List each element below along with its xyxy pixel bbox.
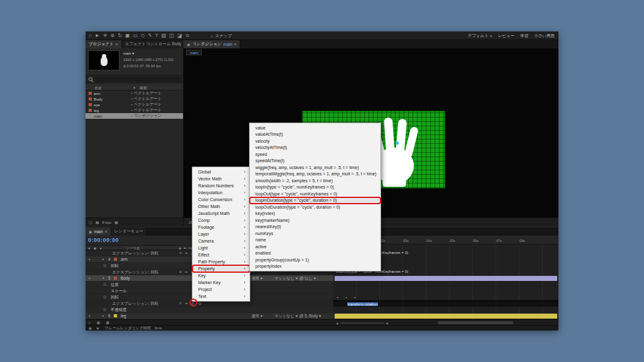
label-color-column-icon[interactable]: ● (133, 85, 135, 89)
menu-item[interactable]: Random Numbers › (192, 182, 250, 189)
submenu-item[interactable]: numKeys (250, 230, 380, 237)
blend-mode-dropdown[interactable]: 通常 ▾ (252, 276, 263, 282)
layer-label-chip[interactable] (114, 314, 117, 317)
parent-link-dropdown[interactable]: @ なし ▾ (299, 276, 316, 282)
menu-item[interactable]: Text › (192, 293, 250, 300)
menu-item[interactable]: Property › (192, 265, 250, 272)
workspace-tab[interactable]: デフォルト ≡ (468, 33, 492, 39)
submenu-item[interactable]: velocity (250, 138, 380, 145)
submenu-item[interactable]: temporalWiggle(freq, amp, octaves = 1, a… (250, 171, 380, 178)
eye-icon[interactable]: ● (89, 314, 91, 317)
timeline-tab[interactable]: レンダーキュー ≡ (111, 228, 147, 236)
label-color-chip[interactable] (89, 97, 92, 101)
property-name[interactable]: 不透明度 (111, 307, 126, 313)
type-tool-icon[interactable]: T (155, 33, 158, 38)
zoom-slider-track[interactable] (340, 322, 384, 324)
menu-item[interactable]: Interpolation › (192, 189, 250, 196)
submenu-item[interactable]: value (250, 124, 380, 131)
layer-name[interactable]: arm (121, 257, 128, 261)
label-color-chip[interactable] (89, 114, 92, 118)
menu-item[interactable]: Footage › (192, 224, 250, 231)
composition-thumbnail[interactable] (88, 50, 119, 70)
hand-tool-icon[interactable]: ✛ (103, 33, 108, 38)
current-time-display[interactable]: 0:00:00:00 (88, 237, 119, 243)
pan-behind-tool-icon[interactable]: ▭ (133, 33, 138, 38)
camera-tool-icon[interactable]: ▣ (125, 33, 130, 38)
stopwatch-icon[interactable]: ◷ (103, 282, 106, 286)
project-search-input[interactable] (95, 77, 180, 82)
layer-name[interactable]: leg (121, 314, 126, 318)
layer-duration-bar-leg[interactable] (335, 314, 557, 319)
track-matte-dropdown[interactable]: マットなし ▾ (274, 314, 297, 319)
interpret-footage-icon[interactable]: ◫ (89, 220, 92, 224)
submenu-item[interactable]: valueAtTime(t) (250, 131, 380, 138)
label-color-chip[interactable] (89, 109, 92, 112)
submenu-item[interactable]: nearestKey(t) (250, 224, 380, 231)
menu-item[interactable]: Light › (192, 244, 250, 251)
stopwatch-icon[interactable]: ◷ (103, 307, 106, 311)
menu-item[interactable]: Path Property › (192, 258, 250, 265)
menu-item[interactable]: Vector Math › (192, 175, 250, 182)
label-color-chip[interactable] (89, 92, 92, 95)
chevron-down-icon[interactable]: ▾ (132, 52, 134, 55)
submenu-item[interactable]: key(markerName) (250, 217, 380, 224)
expression-editor[interactable]: transform.rotation (333, 300, 558, 307)
menu-item[interactable]: Global › (192, 168, 250, 175)
selection-tool-icon[interactable]: ► (95, 33, 100, 38)
comp-name[interactable]: main (123, 52, 131, 55)
viewer-tab-main[interactable]: main (186, 50, 202, 55)
pen-tool-icon[interactable]: ✎ (148, 33, 152, 38)
panel-menu-icon[interactable]: ≡ (116, 42, 118, 47)
track-matte-dropdown[interactable]: マットなし ▾ (274, 276, 297, 282)
expression-editor-selection[interactable]: transform.rotation (347, 302, 378, 306)
menu-item[interactable]: Color Conversion › (192, 196, 250, 203)
layer-name[interactable]: Body (121, 276, 130, 280)
submenu-item[interactable]: smooth(width = .2, samples = 5, t = time… (250, 177, 380, 184)
timeline-view-toggles[interactable]: ◇ ▦ ▦ (88, 321, 112, 324)
menu-item[interactable]: Project › (192, 286, 250, 293)
layer-label-chip[interactable] (114, 277, 117, 280)
submenu-item[interactable]: enabled (250, 250, 380, 257)
status-bar-icons[interactable]: ◉ ◈ (89, 326, 101, 330)
submenu-item[interactable]: propertyIndex (250, 263, 380, 270)
panel-tab[interactable]: エフェクトコントロール Body ≡ (122, 40, 186, 48)
timeline-layer-row[interactable]: ● ► 6 leg 通常 ▾ マットなし ▾ @ 5. Body ▾ (86, 313, 333, 319)
clone-stamp-tool-icon[interactable]: ◫ (169, 33, 174, 38)
keyframe-icon[interactable]: ▪ (355, 295, 356, 299)
eye-icon[interactable]: ● (89, 258, 91, 261)
color-depth-label[interactable]: 8 bpc (102, 221, 111, 224)
twirl-icon[interactable]: ► (102, 314, 104, 317)
project-item-row[interactable]: Body ▪ベクトルアート (86, 96, 184, 102)
property-name[interactable]: 位置 (111, 282, 119, 288)
twirl-icon[interactable]: ▼ (102, 277, 104, 280)
workspace-tab[interactable]: 学習 (520, 33, 528, 39)
submenu-item[interactable]: speedAtTime(t) (250, 158, 380, 165)
layer-handle[interactable] (396, 141, 399, 145)
submenu-item[interactable]: loopOut(type = "cycle", numKeyframes = 0… (250, 190, 380, 197)
menu-item[interactable]: JavaScript Math › (192, 210, 250, 217)
timeline-property-row[interactable]: ◷ 不透明度 (86, 307, 333, 313)
shape-tool-icon[interactable]: ◇ (141, 33, 145, 38)
submenu-item[interactable]: speed (250, 151, 380, 158)
project-item-row[interactable]: arm ▪ベクトルアート (86, 90, 184, 96)
parent-link-dropdown[interactable]: @ 5. Body ▾ (299, 314, 321, 318)
submenu-item[interactable]: key(index) (250, 211, 380, 217)
menu-item[interactable]: Other Math › (192, 203, 250, 210)
eye-icon[interactable]: ● (89, 277, 91, 280)
home-icon[interactable]: ⌂ (89, 33, 92, 38)
stopwatch-icon[interactable]: ◷ (103, 295, 106, 299)
menu-item[interactable]: Key › (192, 272, 250, 279)
submenu-item[interactable]: name (250, 237, 380, 244)
menu-item[interactable]: Effect › (192, 251, 250, 258)
menu-item[interactable]: Marker Key › (192, 279, 250, 286)
project-item-row[interactable]: main ▪コンポジション (86, 113, 184, 119)
submenu-item[interactable]: velocityAtTime(t) (250, 145, 380, 151)
workspace-tab[interactable]: レビュー (498, 33, 514, 39)
trash-icon[interactable]: ▦ (114, 220, 118, 224)
submenu-item[interactable]: loopInDuration(type = "cycle", duration … (250, 197, 380, 204)
submenu-item[interactable]: propertyGroup(countUp = 1) (250, 256, 380, 263)
menu-item[interactable]: Comp › (192, 217, 250, 224)
project-item-row[interactable]: leg ▪ベクトルアート (86, 107, 184, 113)
property-name[interactable]: 回転 (111, 263, 119, 269)
eraser-tool-icon[interactable]: ◪ (177, 33, 182, 38)
